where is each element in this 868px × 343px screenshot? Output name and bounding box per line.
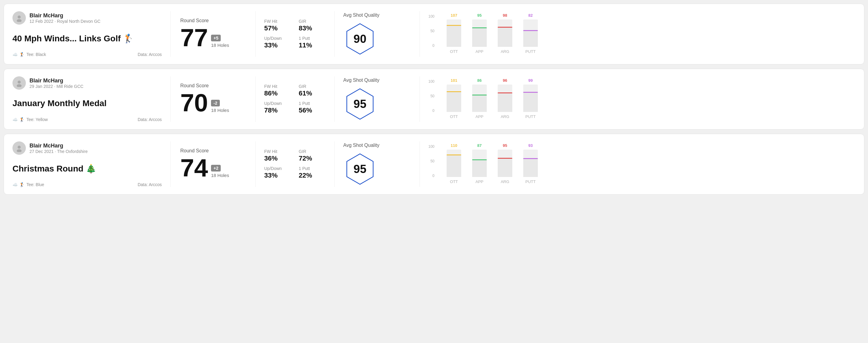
user-info: Blair McHarg29 Jan 2022 · Mill Ride GCC	[12, 76, 162, 90]
stat-value: 78%	[264, 106, 291, 114]
stat-value: 33%	[264, 172, 291, 179]
bar-wrap	[472, 85, 487, 112]
score-display: 74+218 Holes	[180, 155, 246, 180]
bar-fill	[523, 158, 538, 177]
stat-item: GIR83%	[299, 19, 326, 32]
stat-label: GIR	[299, 149, 326, 154]
holes-label: 18 Holes	[211, 173, 229, 178]
round-meta: 12 Feb 2022 · Royal North Devon GC	[30, 19, 100, 24]
bar-x-label: APP	[475, 49, 484, 54]
bar-value-label: 96	[503, 78, 507, 83]
holes-label: 18 Holes	[211, 42, 229, 48]
bar-group: 95APP	[472, 13, 487, 54]
bar-group: 98ARG	[498, 13, 512, 54]
stat-label: 1 Putt	[299, 36, 326, 41]
stat-label: GIR	[299, 19, 326, 24]
bar-group: 110OTT	[446, 143, 461, 184]
stat-item: 1 Putt11%	[299, 36, 326, 49]
stats-grid: FW Hit57%GIR83%Up/Down33%1 Putt11%	[264, 19, 326, 49]
bar-wrap	[498, 20, 512, 47]
svg-point-4	[18, 146, 21, 149]
bar-chart: 100500107OTT95APP98ARG82PUTT	[428, 14, 849, 54]
bar-x-label: PUTT	[525, 49, 536, 54]
bar-x-label: APP	[475, 114, 484, 119]
user-name: Blair McHarg	[30, 77, 83, 84]
score-section: Round Score70-218 Holes	[170, 76, 256, 122]
bar-wrap	[523, 20, 538, 47]
bar-x-label: APP	[475, 179, 484, 184]
round-meta: 27 Dec 2021 · The Oxfordshire	[30, 149, 88, 154]
score-number: 77	[180, 25, 208, 50]
score-label: Round Score	[180, 148, 246, 154]
bar-value-label: 95	[503, 143, 507, 148]
bar-wrap	[446, 20, 461, 47]
bar-fill	[472, 27, 487, 47]
bar-x-label: ARG	[501, 179, 509, 184]
tee-info: ☁️🏌️Tee: Blue	[12, 182, 44, 187]
bar-value-label: 87	[477, 143, 482, 148]
y-axis-label: 50	[428, 159, 434, 163]
stat-value: 11%	[299, 41, 326, 49]
hexagon-container: 90	[343, 22, 377, 56]
bar-x-label: ARG	[501, 114, 509, 119]
bar-x-label: OTT	[450, 114, 458, 119]
bar-fill	[523, 92, 538, 112]
hexagon: 90	[343, 22, 377, 56]
weather-icon: ☁️	[12, 52, 18, 57]
svg-point-3	[17, 84, 22, 87]
weather-icon: ☁️	[12, 182, 18, 187]
bar-x-label: OTT	[450, 179, 458, 184]
user-name: Blair McHarg	[30, 143, 88, 149]
score-badge-wrap: +218 Holes	[211, 165, 229, 178]
rounds-list: Blair McHarg12 Feb 2022 · Royal North De…	[4, 4, 864, 195]
bag-icon: 🏌️	[20, 182, 25, 187]
bar-group: 107OTT	[446, 13, 461, 54]
bar-wrap	[472, 150, 487, 177]
stat-value: 56%	[299, 106, 326, 114]
bar-value-label: 99	[528, 78, 533, 83]
stat-item: FW Hit36%	[264, 149, 291, 162]
bar-value-label: 82	[528, 13, 533, 18]
bag-icon: 🏌️	[20, 117, 25, 122]
bottom-info: ☁️🏌️Tee: BlueData: Arccos	[12, 182, 162, 187]
score-badge: +2	[211, 165, 221, 172]
stat-item: Up/Down33%	[264, 166, 291, 179]
y-axis-label: 0	[428, 43, 434, 48]
y-axis-label: 50	[428, 94, 434, 98]
bar-wrap	[472, 20, 487, 47]
score-badge-wrap: +518 Holes	[211, 35, 229, 48]
bar-group: 96ARG	[498, 78, 512, 119]
bar-fill	[472, 159, 487, 177]
quality-section: Avg Shot Quality90	[335, 11, 420, 57]
bar-wrap	[446, 150, 461, 177]
stats-grid: FW Hit36%GIR72%Up/Down33%1 Putt22%	[264, 149, 326, 179]
y-axis-label: 100	[428, 14, 434, 19]
hexagon: 95	[343, 87, 377, 121]
stat-item: GIR72%	[299, 149, 326, 162]
stat-value: 22%	[299, 172, 326, 179]
user-details: Blair McHarg12 Feb 2022 · Royal North De…	[30, 12, 100, 24]
stat-label: Up/Down	[264, 36, 291, 41]
stats-section: FW Hit36%GIR72%Up/Down33%1 Putt22%	[256, 142, 335, 187]
round-meta: 29 Jan 2022 · Mill Ride GCC	[30, 84, 83, 89]
avatar	[12, 76, 26, 90]
y-axis: 100500	[428, 14, 434, 48]
round-card: Blair McHarg12 Feb 2022 · Royal North De…	[4, 4, 864, 64]
data-source: Data: Arccos	[138, 117, 162, 122]
bar-value-label: 95	[477, 13, 482, 18]
round-left-section: Blair McHarg27 Dec 2021 · The Oxfordshir…	[12, 142, 170, 187]
chart-section: 100500110OTT87APP95ARG93PUTT	[420, 142, 856, 187]
weather-icon: ☁️	[12, 117, 18, 122]
avatar	[12, 11, 26, 25]
score-badge: -2	[211, 100, 219, 106]
svg-point-0	[18, 15, 21, 19]
bar-fill	[472, 95, 487, 112]
quality-section: Avg Shot Quality95	[335, 76, 420, 122]
y-axis-label: 0	[428, 174, 434, 178]
tee-label: Tee: Blue	[26, 182, 44, 187]
score-label: Round Score	[180, 83, 246, 89]
stat-item: Up/Down33%	[264, 36, 291, 49]
stat-item: GIR61%	[299, 84, 326, 97]
hexagon-container: 95	[343, 152, 377, 186]
stat-label: FW Hit	[264, 84, 291, 89]
